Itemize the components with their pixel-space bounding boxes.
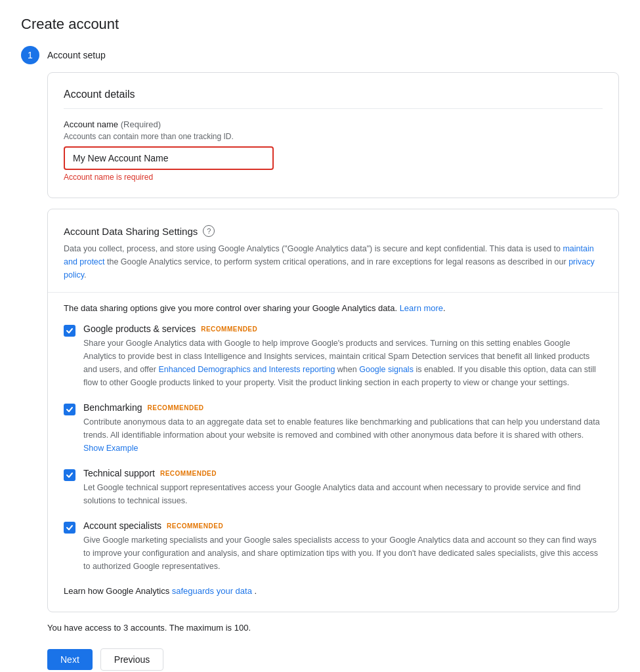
step-badge: 1 — [21, 46, 39, 64]
data-sharing-title: Account Data Sharing Settings ? — [64, 225, 603, 237]
learn-more-link[interactable]: Learn more — [400, 303, 443, 313]
account-name-hint: Accounts can contain more than one track… — [64, 132, 603, 141]
checkbox-technical-support: Technical support RECOMMENDED Let Google… — [64, 468, 603, 507]
enhanced-demographics-link[interactable]: Enhanced Demographics and Interests repo… — [158, 365, 335, 374]
checkbox-google-products-input[interactable] — [64, 325, 75, 337]
data-sharing-card: Account Data Sharing Settings ? Data you… — [47, 209, 619, 612]
google-products-title: Google products & services RECOMMENDED — [83, 324, 603, 334]
checkbox-benchmarking-input[interactable] — [64, 404, 75, 415]
previous-button[interactable]: Previous — [100, 648, 163, 671]
account-specialists-title: Account specialists RECOMMENDED — [83, 520, 603, 531]
benchmarking-title: Benchmarking RECOMMENDED — [83, 402, 603, 413]
show-example-link[interactable]: Show Example — [83, 444, 138, 453]
google-products-desc: Share your Google Analytics data with Go… — [83, 337, 603, 389]
technical-support-title: Technical support RECOMMENDED — [83, 468, 603, 478]
google-signals-link[interactable]: Google signals — [359, 365, 414, 374]
account-name-input[interactable] — [64, 146, 274, 170]
benchmarking-desc: Contribute anonymous data to an aggregat… — [83, 415, 603, 455]
data-sharing-desc: Data you collect, process, and store usi… — [64, 242, 603, 282]
technical-support-desc: Let Google technical support representat… — [83, 481, 603, 507]
page-title: Create account — [21, 16, 619, 33]
checkbox-google-products: Google products & services RECOMMENDED S… — [64, 324, 603, 389]
safeguards-line: Learn how Google Analytics safeguards yo… — [64, 586, 603, 596]
next-button[interactable]: Next — [47, 649, 93, 670]
step-label: Account setup — [47, 50, 106, 60]
footer-buttons: Next Previous — [47, 648, 619, 671]
account-details-card: Account details Account name (Required) … — [47, 72, 619, 198]
safeguards-link[interactable]: safeguards your data — [172, 586, 252, 596]
account-details-title: Account details — [64, 89, 603, 109]
sharing-divider — [48, 292, 618, 293]
account-name-label: Account name (Required) — [64, 119, 603, 129]
checkbox-account-specialists: Account specialists RECOMMENDED Give Goo… — [64, 520, 603, 573]
step-header: 1 Account setup — [21, 46, 619, 64]
sharing-intro: The data sharing options give you more c… — [64, 303, 603, 313]
account-name-error: Account name is required — [64, 173, 603, 182]
checkbox-benchmarking: Benchmarking RECOMMENDED Contribute anon… — [64, 402, 603, 455]
account-specialists-desc: Give Google marketing specialists and yo… — [83, 534, 603, 573]
help-icon[interactable]: ? — [203, 225, 215, 237]
checkbox-technical-support-input[interactable] — [64, 469, 75, 481]
accounts-notice: You have access to 3 accounts. The maxim… — [47, 623, 619, 633]
checkbox-account-specialists-input[interactable] — [64, 522, 75, 534]
